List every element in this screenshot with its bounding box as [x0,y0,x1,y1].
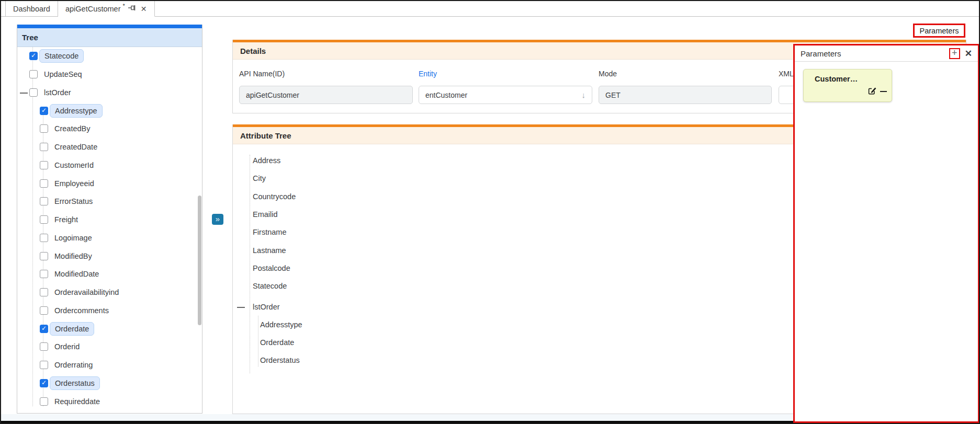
mode-value: GET [605,91,621,99]
collapse-toggle-icon[interactable] [237,307,245,308]
mode-input[interactable]: GET [599,86,772,104]
collapse-toggle-icon[interactable] [20,93,28,94]
checkbox-checked[interactable]: ✓ [29,52,38,60]
expand-button[interactable]: » [212,214,223,225]
attribute-item-label[interactable]: Firstname [253,228,286,236]
checkbox-unchecked[interactable] [40,234,48,242]
attribute-item-label[interactable]: Address [253,156,280,165]
tree-item-label[interactable]: Addresstype [50,104,103,118]
checkbox-unchecked[interactable] [40,342,48,351]
tree-item-label[interactable]: Orderid [54,342,80,351]
checkbox-unchecked[interactable] [40,143,48,151]
checkbox-unchecked[interactable] [40,179,48,188]
api-name-label: API Name(ID) [239,70,413,78]
tree-row: ErrorStatus [17,192,202,211]
tree-item-label[interactable]: ModifiedDate [54,270,99,278]
tree-item-label[interactable]: UpdateSeq [44,70,82,78]
add-parameter-icon[interactable]: + [949,48,960,59]
checkbox-unchecked[interactable] [40,306,48,315]
attribute-item-label[interactable]: Emailid [253,210,278,219]
checkbox-unchecked[interactable] [40,270,48,278]
attribute-item-label[interactable]: Addresstype [260,320,302,329]
checkbox-unchecked[interactable] [40,361,48,369]
tree-item-label[interactable]: ModifiedBy [54,252,92,260]
tree-item-label[interactable]: Employeeid [54,179,94,188]
attribute-item-label[interactable]: lstOrder [253,303,280,311]
tree-item-label[interactable]: Logoimage [54,234,92,242]
attribute-item-label[interactable]: Orderstatus [260,356,300,364]
remove-icon[interactable] [880,91,887,93]
tree-row: CreatedBy [17,120,202,138]
tree-item-label[interactable]: Orderstatus [50,376,100,390]
parameters-panel-title: Parameters [801,49,949,58]
tree-row: CustomerId [17,156,202,175]
tab-apigetcustomer[interactable]: apiGetCustomer * ✕ [58,1,155,17]
entity-value: entCustomer [425,91,467,99]
attribute-item-label[interactable]: Lastname [253,246,286,255]
tree-item-label[interactable]: CreatedDate [54,143,97,151]
entity-select[interactable]: entCustomer ↓ [419,86,592,104]
edit-icon[interactable] [867,86,876,97]
checkbox-unchecked[interactable] [40,124,48,133]
tree-row: Requireddate [17,392,202,410]
tree-row: ✓Statecode [17,47,202,65]
tree-panel-title: Tree [22,33,38,42]
tree-row: ModifiedBy [17,247,202,265]
checkbox-unchecked[interactable] [40,161,48,169]
tree-item-label[interactable]: CreatedBy [54,124,91,133]
entity-label: Entity [419,70,592,78]
checkbox-unchecked[interactable] [40,397,48,406]
parameter-card-customer[interactable]: Customer… [803,69,892,102]
tree-items: ✓StatecodeUpdateSeqlstOrder✓AddresstypeC… [17,47,202,410]
tree-row: Logoimage [17,229,202,247]
checkbox-unchecked[interactable] [40,215,48,224]
tree-scrollbar-thumb[interactable] [198,196,201,325]
tree-item-label[interactable]: ErrorStatus [54,197,93,205]
tree-item-label[interactable]: Requireddate [54,397,100,406]
mode-label: Mode [599,70,772,78]
attribute-item-label[interactable]: Postalcode [253,264,290,272]
tree-item-label[interactable]: Freight [54,215,78,224]
dropdown-arrow-icon: ↓ [582,90,586,99]
checkbox-checked[interactable]: ✓ [40,107,48,115]
tree-row: ✓Addresstype [17,101,202,120]
pin-icon[interactable] [128,4,137,13]
tree-row: CreatedDate [17,138,202,156]
attribute-item-label[interactable]: City [253,174,266,182]
checkbox-checked[interactable]: ✓ [40,325,48,333]
parameter-card-label: Customer… [815,75,858,83]
tree-item-label[interactable]: lstOrder [44,88,71,97]
api-name-input[interactable]: apiGetCustomer [239,86,413,104]
checkbox-unchecked[interactable] [40,197,48,205]
checkbox-unchecked[interactable] [29,70,38,78]
checkbox-unchecked[interactable] [40,288,48,296]
field-entity: Entity entCustomer ↓ [419,70,592,104]
tree-item-label[interactable]: Orderavailabilityind [54,288,119,296]
checkbox-checked[interactable]: ✓ [40,379,48,387]
tree-row: ModifiedDate [17,265,202,283]
parameters-panel: Parameters + ✕ Customer… [793,44,979,423]
tree-panel-header: Tree [17,28,202,47]
tab-dashboard-label: Dashboard [13,5,50,13]
tree-row: ✓Orderdate [17,319,202,338]
close-panel-icon[interactable]: ✕ [965,48,972,59]
tree-item-label[interactable]: Statecode [39,49,84,63]
checkbox-unchecked[interactable] [29,88,38,97]
tab-close-icon[interactable]: ✕ [141,5,147,13]
parameter-card-actions [867,86,887,97]
field-api-name: API Name(ID) apiGetCustomer [239,70,413,104]
parameters-button[interactable]: Parameters [913,24,965,38]
tree-item-label[interactable]: Orderdate [50,322,94,336]
tree-row: Orderrating [17,356,202,374]
tree-row: Freight [17,211,202,229]
tab-dashboard[interactable]: Dashboard [5,1,58,17]
attribute-item-label[interactable]: Orderdate [260,338,294,347]
tree-row: ✓Orderstatus [17,374,202,393]
attribute-item-label[interactable]: Statecode [253,282,287,290]
tree-item-label[interactable]: Ordercomments [54,306,109,315]
tree-item-label[interactable]: CustomerId [54,161,94,169]
parameters-button-label: Parameters [920,27,959,35]
checkbox-unchecked[interactable] [40,252,48,260]
tree-item-label[interactable]: Orderrating [54,361,93,369]
attribute-item-label[interactable]: Countrycode [253,192,296,201]
